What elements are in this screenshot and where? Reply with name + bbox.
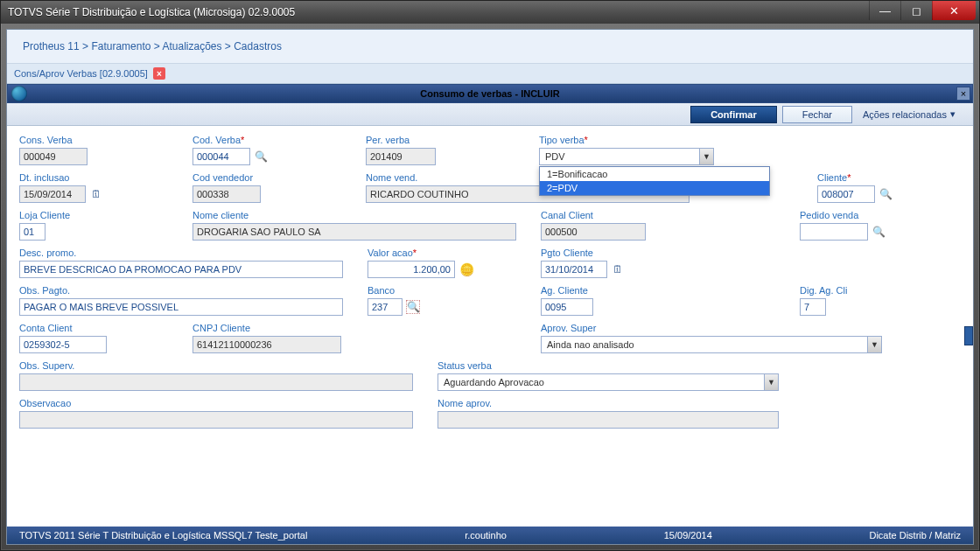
input-cod-verba[interactable] [192, 148, 250, 165]
related-actions-dropdown[interactable]: Ações relacionadas ▾ [858, 108, 961, 120]
label-dig-ag-cli: Dig. Ag. Cli [800, 285, 870, 296]
label-nome-cliente: Nome cliente [192, 210, 525, 220]
label-pedido-venda: Pedido venda [800, 210, 922, 220]
input-cod-vendedor [192, 185, 261, 203]
combo-aprov-super[interactable]: Ainda nao analisado ▼ [541, 336, 882, 353]
label-tipo-verba: Tipo verba* [539, 135, 961, 145]
chevron-down-icon[interactable]: ▼ [699, 149, 713, 164]
money-icon[interactable]: 🪙 [458, 262, 474, 276]
input-ag-cliente[interactable] [541, 298, 593, 316]
combo-status-verba-value: Aguardando Aprovacao [438, 377, 550, 387]
close-button[interactable]: ✕ [932, 1, 976, 20]
label-canal-client: Canal Client [541, 210, 698, 220]
status-branch: Dicate Distrib / Matriz [864, 530, 966, 541]
label-cod-vendedor: Cod vendedor [192, 172, 350, 183]
chevron-down-icon[interactable]: ▼ [764, 374, 778, 390]
label-aprov-super: Aprov. Super [541, 323, 961, 333]
breadcrumb-item[interactable]: Cadastros [234, 40, 282, 52]
chevron-down-icon[interactable]: ▼ [867, 337, 881, 352]
input-obs-pagto[interactable] [19, 298, 343, 316]
action-bar: Confirmar Fechar Ações relacionadas ▾ [7, 103, 973, 126]
search-icon[interactable]: 🔍 [406, 300, 420, 314]
status-product: TOTVS 2011 Série T Distribuição e Logíst… [14, 530, 312, 541]
minimize-button[interactable]: — [869, 1, 900, 20]
label-desc-promo: Desc. promo. [19, 248, 352, 258]
calendar-icon[interactable]: 🗓 [611, 262, 625, 276]
input-dig-ag-cli[interactable] [800, 298, 826, 316]
search-icon[interactable]: 🔍 [878, 187, 892, 201]
label-cod-verba: Cod. Verba* [192, 135, 350, 145]
input-cliente[interactable] [817, 185, 875, 203]
input-observacao [19, 411, 413, 429]
subwindow-titlebar: Consumo de verbas - INCLUIR × [7, 84, 973, 103]
combo-status-verba[interactable]: Aguardando Aprovacao ▼ [438, 373, 779, 391]
subwindow-close-button[interactable]: × [956, 87, 970, 101]
search-icon[interactable]: 🔍 [254, 150, 268, 164]
label-per-verba: Per. verba [366, 135, 523, 145]
combo-tipo-verba[interactable]: PDV ▼ [539, 148, 714, 165]
dropdown-option-selected[interactable]: 2=PDV [540, 181, 769, 195]
breadcrumb-item[interactable]: Atualizações [162, 40, 221, 52]
label-observacao: Observacao [19, 398, 422, 408]
label-cons-verba: Cons. Verba [19, 135, 177, 145]
input-pgto-cliente[interactable] [541, 261, 607, 278]
label-banco: Banco [368, 285, 525, 296]
input-valor-acao[interactable] [368, 261, 455, 278]
app-body: Protheus 11 > Faturamento > Atualizações… [6, 29, 974, 545]
side-collapse-handle[interactable] [964, 326, 973, 345]
input-obs-superv [19, 373, 413, 391]
label-conta-client: Conta Client [19, 323, 177, 333]
label-obs-superv: Obs. Superv. [19, 360, 422, 371]
input-per-verba [366, 148, 436, 165]
dropdown-option[interactable]: 1=Bonificacao [540, 167, 769, 181]
chevron-down-icon: ▾ [950, 108, 956, 120]
input-loja-cliente[interactable] [19, 223, 46, 241]
tab-row: Cons/Aprov Verbas [02.9.0005] × [7, 64, 973, 84]
label-dt-inclusao: Dt. inclusao [19, 172, 177, 183]
input-pedido-venda[interactable] [800, 223, 868, 241]
label-nome-aprov: Nome aprov. [438, 398, 961, 408]
window-title: TOTVS Série T Distribuição e Logística (… [8, 6, 972, 18]
label-ag-cliente: Ag. Cliente [541, 285, 698, 296]
breadcrumb-item[interactable]: Protheus 11 [23, 40, 80, 52]
input-nome-aprov [438, 411, 779, 429]
label-pgto-cliente: Pgto Cliente [541, 248, 698, 258]
breadcrumb: Protheus 11 > Faturamento > Atualizações… [7, 30, 973, 64]
close-form-button[interactable]: Fechar [782, 106, 852, 123]
label-obs-pagto: Obs. Pagto. [19, 285, 352, 296]
subwindow-title: Consumo de verbas - INCLUIR [8, 88, 972, 99]
input-cons-verba [19, 148, 88, 165]
status-date: 15/09/2014 [659, 530, 718, 541]
combo-aprov-super-value: Ainda nao analisado [542, 339, 640, 350]
label-cliente: Cliente* [817, 172, 922, 183]
titlebar: TOTVS Série T Distribuição e Logística (… [1, 1, 979, 24]
related-actions-label: Ações relacionadas [863, 109, 947, 120]
app-window: TOTVS Série T Distribuição e Logística (… [0, 0, 980, 551]
combo-tipo-verba-value: PDV [540, 151, 570, 162]
label-cnpj-cliente: CNPJ Cliente [192, 323, 525, 333]
input-desc-promo[interactable] [19, 261, 343, 278]
breadcrumb-item[interactable]: Faturamento [91, 40, 150, 52]
search-icon[interactable]: 🔍 [872, 225, 886, 239]
input-nome-cliente [192, 223, 516, 241]
status-user: r.coutinho [459, 530, 512, 541]
dropdown-tipo-verba[interactable]: 1=Bonificacao 2=PDV [539, 166, 770, 196]
input-cnpj-cliente [192, 336, 341, 353]
tab-label[interactable]: Cons/Aprov Verbas [02.9.0005] [14, 68, 148, 79]
input-canal-client [541, 223, 646, 241]
form-area: Cons. Verba Cod. Verba* 🔍 Per. verba Tip… [7, 126, 973, 527]
label-valor-acao: Valor acao* [368, 248, 525, 258]
input-conta-client[interactable] [19, 336, 107, 353]
maximize-button[interactable]: ◻ [900, 1, 932, 20]
window-controls: — ◻ ✕ [869, 1, 976, 20]
input-dt-inclusao [19, 185, 86, 203]
label-loja-cliente: Loja Cliente [19, 210, 177, 220]
calendar-icon[interactable]: 🗓 [89, 187, 103, 201]
label-status-verba: Status verba [438, 360, 961, 371]
confirm-button[interactable]: Confirmar [690, 106, 777, 123]
tab-close-icon[interactable]: × [153, 67, 165, 80]
input-banco[interactable] [368, 298, 402, 316]
status-bar: TOTVS 2011 Série T Distribuição e Logíst… [7, 527, 973, 544]
